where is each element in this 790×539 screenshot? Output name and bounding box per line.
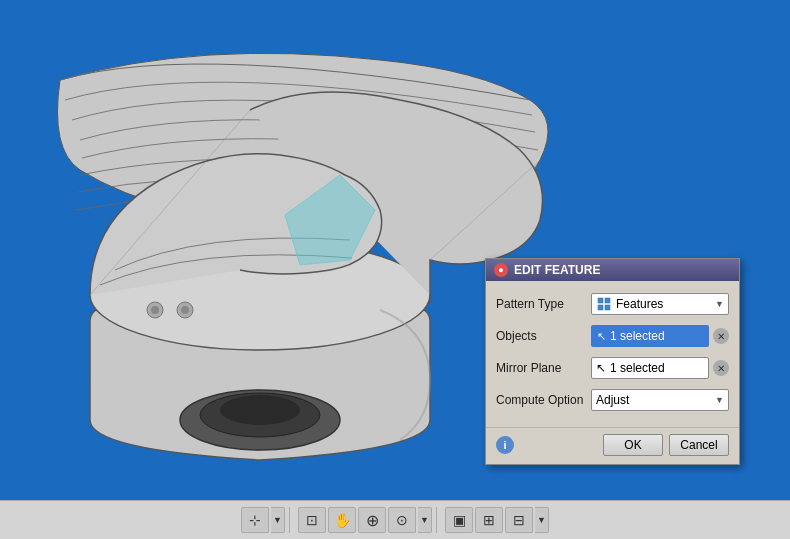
dialog-footer: i OK Cancel — [486, 427, 739, 464]
info-icon[interactable]: i — [496, 436, 514, 454]
fit-view-button[interactable]: ⊡ — [298, 507, 326, 533]
mirror-plane-control[interactable]: ↖ 1 selected ✕ — [591, 357, 729, 379]
view-options-dropdown[interactable]: ▼ — [535, 507, 549, 533]
pattern-type-control[interactable]: Features ▼ — [591, 293, 729, 315]
edit-feature-dialog: ● EDIT FEATURE Pattern Type Fea — [485, 258, 740, 465]
grid-view-button[interactable]: ⊞ — [475, 507, 503, 533]
cursor-icon: ↖ — [597, 330, 606, 343]
features-icon — [596, 296, 612, 312]
objects-row: Objects ↖ 1 selected ✕ — [496, 323, 729, 349]
title-stop-icon: ● — [494, 263, 508, 277]
view-options-button[interactable]: ⊟ — [505, 507, 533, 533]
pattern-type-row: Pattern Type Features ▼ — [496, 291, 729, 317]
compute-option-row: Compute Option Adjust ▼ — [496, 387, 729, 413]
pattern-type-select[interactable]: Features ▼ — [591, 293, 729, 315]
pattern-type-label: Pattern Type — [496, 297, 591, 311]
mirror-plane-selected[interactable]: ↖ 1 selected — [591, 357, 709, 379]
objects-control[interactable]: ↖ 1 selected ✕ — [591, 325, 729, 347]
svg-point-5 — [220, 395, 300, 425]
ok-button[interactable]: OK — [603, 434, 663, 456]
svg-rect-11 — [605, 298, 610, 303]
dialog-titlebar[interactable]: ● EDIT FEATURE — [486, 259, 739, 281]
display-mode-button[interactable]: ▣ — [445, 507, 473, 533]
zoom-tool-button[interactable]: ⊕ — [358, 507, 386, 533]
mirror-plane-label: Mirror Plane — [496, 361, 591, 375]
mirror-plane-count: 1 selected — [610, 361, 665, 375]
compute-option-value: Adjust — [596, 393, 629, 407]
look-tool-dropdown[interactable]: ▼ — [418, 507, 432, 533]
dialog-buttons: OK Cancel — [603, 434, 729, 456]
compute-option-control[interactable]: Adjust ▼ — [591, 389, 729, 411]
toolbar-group-display: ▣ ⊞ ⊟ ▼ — [441, 507, 553, 533]
compute-option-arrow: ▼ — [715, 395, 724, 405]
pattern-type-value: Features — [616, 297, 663, 311]
mirror-plane-row: Mirror Plane ↖ 1 selected ✕ — [496, 355, 729, 381]
mirror-plane-clear-button[interactable]: ✕ — [713, 360, 729, 376]
compute-option-select[interactable]: Adjust ▼ — [591, 389, 729, 411]
select-tool-button[interactable]: ⊹ — [241, 507, 269, 533]
objects-count: 1 selected — [610, 329, 665, 343]
objects-selected[interactable]: ↖ 1 selected — [591, 325, 709, 347]
dialog-title: EDIT FEATURE — [514, 263, 600, 277]
objects-label: Objects — [496, 329, 591, 343]
toolbar-group-select: ⊹ ▼ — [237, 507, 290, 533]
cancel-button[interactable]: Cancel — [669, 434, 729, 456]
dialog-content: Pattern Type Features ▼ — [486, 281, 739, 427]
svg-rect-12 — [598, 305, 603, 310]
pattern-type-arrow: ▼ — [715, 299, 724, 309]
bottom-toolbar: ⊹ ▼ ⊡ ✋ ⊕ ⊙ ▼ ▣ ⊞ ⊟ ▼ — [0, 500, 790, 539]
select-tool-dropdown[interactable]: ▼ — [271, 507, 285, 533]
compute-option-label: Compute Option — [496, 393, 591, 407]
svg-point-7 — [151, 306, 159, 314]
svg-rect-13 — [605, 305, 610, 310]
mirror-cursor-icon: ↖ — [596, 361, 606, 375]
svg-point-9 — [181, 306, 189, 314]
look-tool-button[interactable]: ⊙ — [388, 507, 416, 533]
toolbar-group-view: ⊡ ✋ ⊕ ⊙ ▼ — [294, 507, 437, 533]
pan-tool-button[interactable]: ✋ — [328, 507, 356, 533]
svg-rect-10 — [598, 298, 603, 303]
objects-clear-button[interactable]: ✕ — [713, 328, 729, 344]
